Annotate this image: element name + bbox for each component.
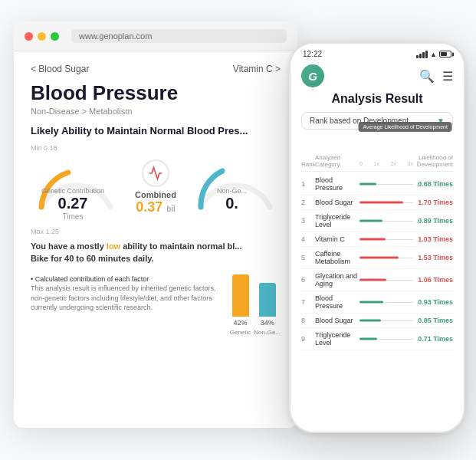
non-genetic-gauge: Non-Ge... 0. bbox=[190, 157, 281, 218]
bar-col-genetic: 42% Genetic bbox=[230, 274, 251, 336]
table-row: 5 Caffeine Metabolism 1.53 Times bbox=[301, 247, 453, 269]
row-chart bbox=[359, 317, 413, 324]
page-title: Blood Pressure bbox=[31, 82, 281, 104]
browser-url[interactable]: www.genoplan.com bbox=[71, 29, 287, 43]
tooltip-box: Average Likelihood of Development bbox=[359, 122, 452, 132]
col-rank-header: Rank bbox=[301, 161, 315, 168]
signal-bar-3 bbox=[422, 52, 425, 58]
row-name: Blood Sugar bbox=[315, 317, 359, 324]
combined-value: 0.37 bil bbox=[136, 199, 176, 215]
row-rank: 2 bbox=[301, 199, 315, 206]
phone-statusbar: 12:22 ▲ bbox=[291, 44, 464, 61]
browser-close-dot[interactable] bbox=[25, 32, 33, 41]
row-name: Glycation and Aging bbox=[315, 272, 359, 288]
row-rank: 3 bbox=[301, 217, 315, 225]
table-row: 4 Vitamin C 1.03 Times bbox=[301, 232, 453, 247]
row-chart bbox=[359, 218, 413, 224]
non-genetic-value: 0. bbox=[190, 195, 274, 212]
table-row: 9 Triglyceride Level 0.71 Times bbox=[301, 328, 453, 350]
battery-tip bbox=[452, 52, 454, 56]
desc-bullet: • Calculated contribution of each factor bbox=[31, 275, 149, 283]
row-name: Blood Pressure bbox=[315, 294, 359, 310]
axis-labels: 0 1x 2x 3x bbox=[359, 161, 413, 166]
status-time: 12:22 bbox=[303, 50, 322, 58]
row-chart bbox=[359, 299, 413, 305]
table-row: 7 Blood Pressure 0.93 Times bbox=[301, 291, 453, 314]
chart-bar bbox=[359, 279, 386, 281]
bar-genetic bbox=[232, 274, 249, 317]
non-genetic-caption: Non-Ge... bbox=[190, 187, 274, 195]
chart-bar bbox=[359, 301, 383, 304]
app-logo: G bbox=[301, 64, 324, 87]
signal-bar-1 bbox=[416, 55, 419, 58]
row-value: 0.89 Times bbox=[413, 217, 453, 225]
genetic-unit: Times bbox=[31, 212, 115, 221]
status-icons: ▲ bbox=[416, 51, 451, 58]
row-rank: 5 bbox=[301, 254, 315, 261]
table-row: 1 Blood Pressure 0.68 Times bbox=[301, 173, 453, 196]
row-value: 0.85 Times bbox=[413, 317, 453, 324]
row-rank: 8 bbox=[301, 317, 315, 324]
row-chart bbox=[359, 181, 413, 187]
low-word: low bbox=[107, 242, 120, 251]
table-row: 3 Triglyceride Level 0.89 Times bbox=[301, 210, 453, 232]
signal-bar-4 bbox=[425, 51, 428, 58]
row-name: Blood Pressure bbox=[315, 176, 359, 192]
combined-label: Combined bbox=[135, 190, 176, 199]
table-row: 6 Glycation and Aging 1.06 Times bbox=[301, 269, 453, 291]
search-icon[interactable]: 🔍 bbox=[419, 69, 435, 84]
gauge-section: Genetic Contribution 0.27 Times Combined bbox=[31, 153, 281, 222]
col-name-header: Analyzed Category bbox=[315, 154, 359, 168]
summary-text: You have a mostly low ability to maintai… bbox=[31, 240, 281, 265]
bar-nongenetic bbox=[259, 283, 276, 317]
chart-bar bbox=[359, 238, 386, 241]
menu-icon[interactable]: ☰ bbox=[442, 69, 453, 84]
browser-maximize-dot[interactable] bbox=[51, 32, 59, 41]
analysis-table: 1 Blood Pressure 0.68 Times 2 Blood Suga… bbox=[301, 173, 453, 350]
combined-box: Combined 0.37 bil bbox=[121, 153, 189, 222]
genetic-gauge: Genetic Contribution 0.27 Times bbox=[31, 157, 121, 218]
bar-col-nongenetic: 34% Non-Ge... bbox=[254, 283, 281, 336]
min-label: Min 0.18 bbox=[31, 144, 281, 152]
row-chart bbox=[359, 199, 413, 205]
table-row: 2 Blood Sugar 1.70 Times bbox=[301, 196, 453, 210]
table-header-row: Rank Analyzed Category 0 1x 2x 3x Likeli… bbox=[301, 154, 453, 172]
battery-fill bbox=[441, 52, 447, 56]
row-name: Caffeine Metabolism bbox=[315, 250, 359, 265]
battery-icon bbox=[439, 51, 451, 58]
row-value: 1.53 Times bbox=[413, 254, 453, 261]
col-val-header: Likelihood of Development bbox=[413, 154, 453, 168]
browser-window: www.genoplan.com < Blood Sugar Vitamin C… bbox=[14, 21, 297, 428]
combined-icon bbox=[142, 159, 169, 187]
row-name: Triglyceride Level bbox=[315, 213, 359, 228]
browser-minimize-dot[interactable] bbox=[38, 32, 46, 41]
phone-navbar: G 🔍 ☰ bbox=[291, 61, 464, 92]
bar-group: 42% Genetic 34% Non-Ge... bbox=[230, 274, 281, 336]
chart-bar bbox=[359, 202, 403, 204]
bar-nongenetic-label: Non-Ge... bbox=[254, 329, 281, 336]
chart-bar bbox=[359, 257, 399, 259]
nav-back-link[interactable]: < Blood Sugar bbox=[31, 64, 89, 74]
nav-forward-link[interactable]: Vitamin C > bbox=[233, 64, 281, 74]
chart-bar bbox=[359, 220, 382, 222]
row-value: 0.93 Times bbox=[413, 298, 453, 306]
phone-frame: 12:22 ▲ G 🔍 ☰ bbox=[289, 42, 465, 433]
row-rank: 9 bbox=[301, 335, 315, 343]
nav-icons: 🔍 ☰ bbox=[419, 69, 453, 84]
row-chart bbox=[359, 336, 413, 342]
row-name: Blood Sugar bbox=[315, 199, 359, 206]
row-chart bbox=[359, 277, 413, 283]
row-rank: 6 bbox=[301, 276, 315, 284]
row-value: 0.71 Times bbox=[413, 335, 453, 343]
bar-nongenetic-pct: 34% bbox=[261, 319, 274, 327]
phone-wrapper: 12:22 ▲ G 🔍 ☰ bbox=[289, 42, 465, 433]
max-label: Max 1.25 bbox=[31, 228, 281, 235]
chart-header-area: Average Likelihood of Development bbox=[301, 136, 453, 153]
row-name: Vitamin C bbox=[315, 235, 359, 243]
row-rank: 1 bbox=[301, 180, 315, 188]
signal-bar-2 bbox=[419, 54, 422, 58]
row-value: 1.70 Times bbox=[413, 199, 453, 206]
chart-bar bbox=[359, 183, 376, 186]
desc-text: • Calculated contribution of each factor… bbox=[31, 274, 224, 313]
browser-content: < Blood Sugar Vitamin C > Blood Pressure… bbox=[14, 51, 297, 348]
